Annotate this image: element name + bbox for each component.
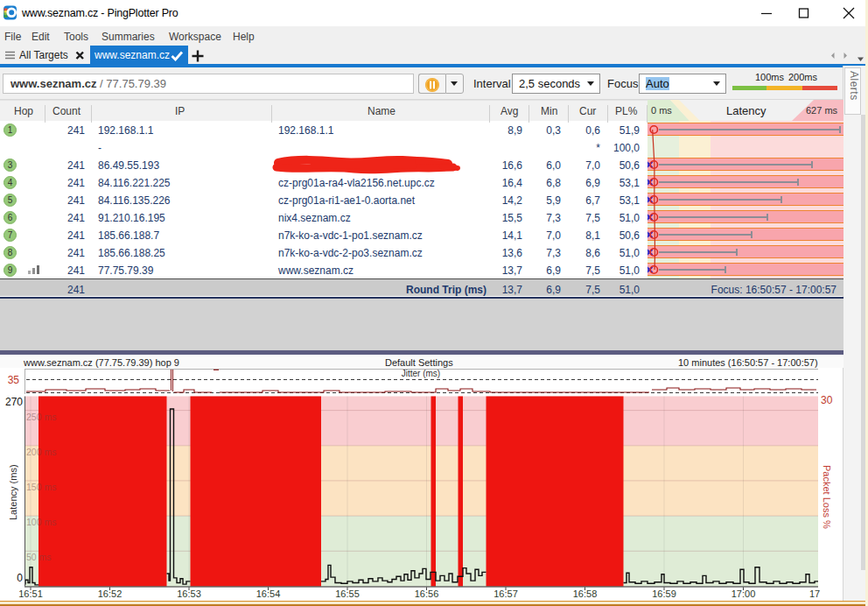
svg-text:200 ms: 200 ms (26, 447, 56, 457)
svg-text:16:54: 16:54 (256, 588, 281, 599)
svg-text:Jitter (ms): Jitter (ms) (402, 369, 440, 378)
svg-text:16:52: 16:52 (98, 588, 122, 599)
svg-text:17: 17 (809, 588, 820, 599)
svg-text:270: 270 (5, 396, 23, 408)
svg-text:0: 0 (17, 572, 23, 584)
svg-text:35: 35 (8, 374, 20, 386)
svg-text:250 ms: 250 ms (26, 412, 56, 422)
svg-text:150 ms: 150 ms (26, 482, 56, 492)
svg-text:30: 30 (821, 394, 833, 406)
svg-text:16:58: 16:58 (573, 588, 598, 599)
svg-text:17:00: 17:00 (732, 588, 756, 599)
svg-text:16:53: 16:53 (177, 588, 201, 599)
svg-text:16:57: 16:57 (494, 588, 518, 599)
svg-text:16:56: 16:56 (415, 588, 439, 599)
svg-text:16:55: 16:55 (335, 588, 360, 599)
svg-text:50 ms: 50 ms (26, 552, 52, 562)
svg-text:16:59: 16:59 (652, 588, 676, 599)
svg-text:100 ms: 100 ms (26, 517, 56, 527)
svg-text:16:51: 16:51 (18, 588, 43, 599)
